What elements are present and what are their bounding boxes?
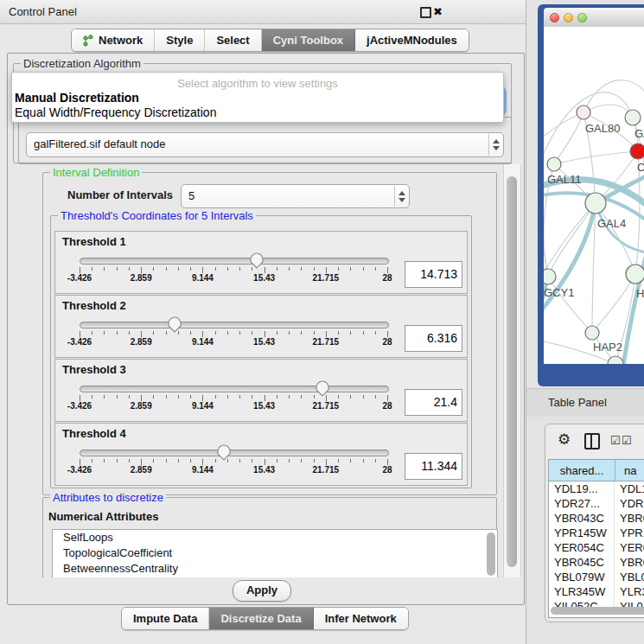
cell-shared-name[interactable]: YBR045C [549, 555, 615, 570]
cell-name[interactable]: YDR2 [615, 496, 644, 511]
cell-name[interactable]: YLR3 [615, 584, 644, 599]
number-of-intervals-combobox[interactable]: 5 [181, 184, 410, 208]
columns-icon[interactable] [584, 433, 600, 450]
unselect-all-checkbox-icon[interactable]: ☑ [622, 434, 632, 447]
slider-thumb[interactable] [216, 443, 232, 463]
network-edge[interactable] [544, 112, 583, 143]
threshold-1-value-field[interactable]: 14.713 [405, 261, 462, 288]
table-row[interactable]: YPR145WYPR1 [549, 526, 644, 540]
minimize-window-icon[interactable] [564, 13, 573, 22]
cell-name[interactable]: YER0 [615, 540, 644, 555]
float-window-icon[interactable] [420, 7, 431, 18]
apply-button[interactable]: Apply [233, 580, 291, 602]
slider-thumb[interactable] [167, 316, 182, 335]
slider-track[interactable] [80, 258, 389, 265]
table-row[interactable]: YDR27...YDR2 [549, 496, 644, 511]
table-hscrollbar-thumb[interactable] [551, 607, 644, 615]
network-edge[interactable] [554, 151, 638, 164]
slider-tick [314, 459, 315, 462]
select-all-checkbox-icon[interactable]: ☑ [610, 434, 621, 447]
right-region: GAL80GACGAL11GAL4GCY1HHAP2 Table Panel ⚙… [526, 0, 644, 644]
slider-track[interactable] [80, 322, 389, 328]
tab-impute-data[interactable]: Impute Data [122, 608, 209, 629]
cell-shared-name[interactable]: YLR345W [549, 584, 615, 599]
dropdown-option-manual-discretization[interactable]: Manual Discretization [12, 91, 503, 105]
zoom-window-icon[interactable] [577, 13, 587, 22]
table-row[interactable]: YER054CYER0 [549, 540, 644, 555]
cell-shared-name[interactable]: YBR043C [549, 511, 615, 526]
tab-network[interactable]: Network [72, 29, 155, 51]
threshold-2-value-field[interactable]: 6.316 [405, 325, 462, 352]
cell-name[interactable]: YBR0 [615, 555, 644, 570]
gear-icon[interactable]: ⚙ [558, 430, 571, 450]
column-header-shared-name[interactable]: shared... [549, 460, 615, 481]
cell-shared-name[interactable]: YBL079W [549, 570, 615, 584]
slider-tick-label: 15.43 [253, 401, 275, 411]
slider-track[interactable] [80, 386, 389, 392]
network-node[interactable] [585, 193, 606, 214]
close-window-icon[interactable] [550, 13, 559, 22]
tab-infer-network[interactable]: Infer Network [314, 608, 408, 629]
table-row[interactable]: YDL19...YDL1 [549, 481, 644, 496]
threshold-3-value-field[interactable]: 21.4 [405, 389, 462, 416]
slider-thumb[interactable] [315, 379, 330, 399]
network-thick-edge[interactable] [623, 238, 644, 364]
cell-shared-name[interactable]: YDR27... [549, 496, 615, 511]
tab-select[interactable]: Select [205, 29, 261, 51]
slider-tick [363, 267, 364, 271]
slider-thumb[interactable] [249, 252, 265, 271]
network-node[interactable] [626, 265, 644, 284]
list-item-topologicalcoefficient[interactable]: TopologicalCoefficient [53, 545, 497, 561]
tab-discretize-data[interactable]: Discretize Data [209, 608, 313, 629]
table-row[interactable]: YBR045CYBR0 [549, 555, 644, 570]
slider-tick [289, 395, 290, 399]
tab-cyni-toolbox[interactable]: Cyni Toolbox [262, 29, 355, 51]
tab-jactivemnodules[interactable]: jActiveMNodules [355, 29, 469, 51]
network-node[interactable] [625, 110, 641, 125]
cell-shared-name[interactable]: YER054C [549, 540, 615, 555]
slider-tick [277, 459, 277, 462]
dropdown-option-equal-width-frequency[interactable]: Equal Width/Frequency Discretization [12, 105, 503, 120]
tab-style[interactable]: Style [155, 29, 205, 51]
table-row[interactable]: YBL079WYBL0 [549, 570, 644, 584]
network-node[interactable] [585, 326, 599, 340]
slider-tick [252, 331, 252, 335]
table-row[interactable]: YLR345WYLR3 [549, 584, 644, 599]
network-node[interactable] [544, 269, 556, 284]
close-icon[interactable]: ✖ [433, 4, 443, 19]
network-node[interactable] [630, 143, 644, 159]
numerical-attributes-list: SelfLoops TopologicalCoefficient Between… [52, 529, 498, 577]
network-node[interactable] [577, 105, 590, 119]
list-scrollbar-thumb[interactable] [487, 532, 495, 576]
network-window-titlebar[interactable] [544, 8, 644, 28]
cell-name[interactable]: YBL0 [615, 570, 644, 584]
network-node[interactable] [547, 157, 561, 171]
table-panel-title: Table Panel [548, 389, 607, 417]
settings-scrollbar-thumb[interactable] [507, 176, 517, 567]
table-data-combobox[interactable]: galFiltered.sif default node [26, 132, 504, 157]
table-row[interactable]: YBR043CYBR0 [549, 511, 644, 526]
slider-tick-label: 9.144 [192, 273, 214, 283]
table-hscrollbar[interactable] [551, 606, 644, 615]
slider-tick [350, 459, 351, 462]
network-edge[interactable] [554, 112, 583, 164]
cell-shared-name[interactable]: YPR145W [549, 526, 615, 540]
column-header-name[interactable]: na [615, 460, 644, 481]
cell-shared-name[interactable]: YDL19... [549, 481, 615, 496]
table-rows: YDL19...YDL1YDR27...YDR2YBR043CYBR0YPR14… [549, 481, 644, 614]
settings-scrollbar[interactable] [503, 164, 521, 577]
network-view-window[interactable]: GAL80GACGAL11GAL4GCY1HHAP2 [538, 4, 644, 386]
list-item-selfloops[interactable]: SelfLoops [53, 530, 497, 545]
network-canvas[interactable]: GAL80GACGAL11GAL4GCY1HHAP2 [544, 27, 644, 364]
dropdown-placeholder-option[interactable]: Select algorithm to view settings [12, 73, 503, 91]
table-header-row: shared... na [549, 460, 644, 481]
slider-track[interactable] [80, 450, 389, 456]
network-edge[interactable] [583, 80, 644, 112]
cell-name[interactable]: YPR1 [615, 526, 644, 540]
list-item-betweennesscentrality[interactable]: BetweennessCentrality [53, 561, 497, 577]
cell-name[interactable]: YBR0 [615, 511, 644, 526]
threshold-4-value-field[interactable]: 11.344 [405, 453, 462, 480]
cell-name[interactable]: YDL1 [615, 481, 644, 496]
network-edge[interactable] [548, 277, 592, 333]
discretization-algorithm-group-title: Discretization Algorithm [21, 57, 143, 70]
